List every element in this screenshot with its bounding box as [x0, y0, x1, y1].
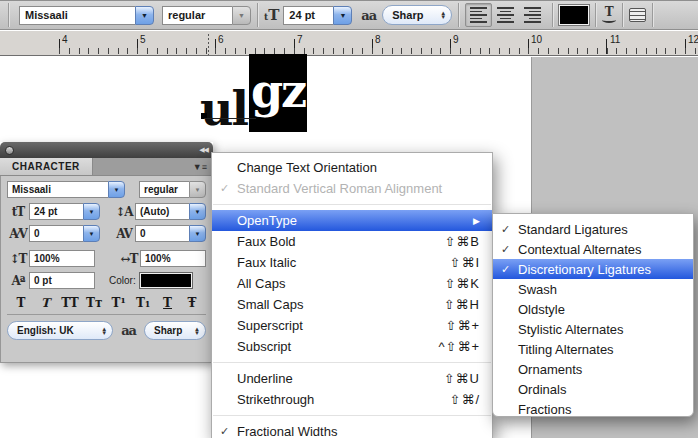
ruler-number: 5 [140, 34, 146, 45]
panel-font-style-combo[interactable]: regular ▼ [139, 181, 206, 198]
submenu-item-contextual-alternates[interactable]: ✓ Contextual Alternates [493, 239, 693, 259]
selected-text[interactable]: gz [249, 54, 307, 132]
checkmark-icon: ✓ [220, 425, 237, 438]
underline-button[interactable]: T [158, 296, 178, 310]
menu-item-fractional-widths[interactable]: ✓ Fractional Widths [212, 421, 492, 438]
panel-close-icon[interactable] [5, 146, 14, 155]
font-style-value[interactable]: regular [162, 6, 232, 25]
text-before-selection[interactable]: ul [200, 86, 247, 132]
panel-anti-alias-select[interactable]: Sharp ▲▼ [144, 321, 206, 340]
menu-item-opentype[interactable]: OpenType ▶ [212, 210, 492, 231]
menu-item-change-text-orientation[interactable]: Change Text Orientation [212, 157, 492, 178]
menu-item-underline[interactable]: Underline ⇧⌘U [212, 368, 492, 389]
font-size-combo[interactable]: 24 pt ▼ [283, 6, 352, 25]
font-size-value[interactable]: 24 pt [283, 6, 333, 25]
shortcut: ⇧⌘I [449, 255, 480, 270]
strikethrough-button[interactable]: Ŧ [182, 296, 202, 310]
panel-anti-alias-value[interactable]: Sharp [154, 325, 182, 336]
anti-alias-value[interactable]: Sharp [392, 9, 423, 21]
dropdown-arrow-icon[interactable]: ▼ [108, 181, 125, 198]
anti-alias-select[interactable]: Sharp ▲▼ [382, 5, 452, 25]
font-size-dropdown-arrow-icon[interactable]: ▼ [333, 6, 352, 25]
font-size-field[interactable]: 24 pt ▼ [29, 203, 100, 220]
ruler-number: 4 [62, 34, 68, 45]
menu-separator [213, 204, 491, 205]
font-size-value[interactable]: 24 pt [29, 203, 83, 220]
baseline-shift-value[interactable]: 0 pt [29, 272, 95, 289]
font-style-combo[interactable]: regular ▼ [162, 6, 251, 25]
menu-separator [213, 362, 491, 363]
submenu-item-standard-ligatures[interactable]: ✓ Standard Ligatures [493, 219, 693, 239]
menu-item-strikethrough[interactable]: Strikethrough ⇧⌘/ [212, 389, 492, 410]
vertical-scale-value[interactable]: 100% [29, 250, 95, 267]
separator [552, 3, 553, 27]
menu-item-standard-vertical-roman-alignment: ✓ Standard Vertical Roman Alignment [212, 178, 492, 199]
character-panel-menu: Change Text Orientation ✓ Standard Verti… [211, 152, 493, 438]
dropdown-arrow-icon[interactable]: ▼ [189, 203, 206, 220]
font-family-combo[interactable]: Missaali ▼ [19, 6, 154, 25]
align-right-button[interactable] [519, 3, 546, 27]
small-caps-button[interactable]: Tᴛ [84, 296, 104, 310]
panel-font-family-combo[interactable]: Missaali ▼ [7, 181, 125, 198]
language-select[interactable]: English: UK ▲▼ [7, 321, 113, 340]
canvas-text[interactable]: ul gz [200, 62, 307, 132]
stepper-icon[interactable]: ▲▼ [101, 327, 107, 335]
menu-item-faux-italic[interactable]: Faux Italic ⇧⌘I [212, 252, 492, 273]
stepper-icon[interactable]: ▲▼ [194, 327, 200, 335]
dropdown-arrow-icon[interactable]: ▼ [83, 203, 100, 220]
shortcut: ⇧⌘H [444, 297, 480, 312]
text-color-swatch[interactable] [559, 5, 589, 25]
subscript-button[interactable]: T₁ [133, 296, 153, 310]
kerning-field[interactable]: 0 ▼ [29, 225, 100, 242]
separator [257, 3, 258, 27]
tab-character[interactable]: CHARACTER [0, 158, 93, 175]
submenu-item-discretionary-ligatures[interactable]: ✓ Discretionary Ligatures [493, 259, 693, 279]
submenu-item-swash[interactable]: Swash [493, 279, 693, 299]
ruler-cursor-indicator [208, 34, 209, 55]
submenu-item-stylistic-alternates[interactable]: Stylistic Alternates [493, 319, 693, 339]
submenu-item-titling-alternates[interactable]: Titling Alternates [493, 339, 693, 359]
horizontal-scale-field[interactable]: 100% [140, 250, 206, 267]
menu-item-superscript[interactable]: Superscript ⇧⌘+ [212, 315, 492, 336]
align-center-button[interactable] [492, 3, 519, 27]
superscript-button[interactable]: T¹ [109, 296, 129, 310]
submenu-item-oldstyle[interactable]: Oldstyle [493, 299, 693, 319]
font-family-value[interactable]: Missaali [19, 6, 135, 25]
menu-item-faux-bold[interactable]: Faux Bold ⇧⌘B [212, 231, 492, 252]
kerning-value[interactable]: 0 [29, 225, 83, 242]
menu-item-small-caps[interactable]: Small Caps ⇧⌘H [212, 294, 492, 315]
leading-field[interactable]: (Auto) ▼ [135, 203, 206, 220]
font-family-dropdown-arrow-icon[interactable]: ▼ [135, 6, 154, 25]
dropdown-arrow-icon[interactable]: ▼ [189, 225, 206, 242]
horizontal-scale-value[interactable]: 100% [140, 250, 206, 267]
collapse-to-icons-icon[interactable]: ◀◀ [199, 146, 208, 154]
all-caps-button[interactable]: TT [60, 296, 80, 310]
submenu-item-fractions[interactable]: Fractions [493, 399, 693, 419]
shortcut: ⇧⌘B [444, 234, 480, 249]
menu-item-subscript[interactable]: Subscript ^⇧⌘+ [212, 336, 492, 357]
menu-item-all-caps[interactable]: All Caps ⇧⌘K [212, 273, 492, 294]
tracking-value[interactable]: 0 [135, 225, 189, 242]
options-bar: Missaali ▼ regular ▼ tT 24 pt ▼ aa Sharp… [0, 0, 698, 30]
menu-separator [213, 415, 491, 416]
submenu-item-ornaments[interactable]: Ornaments [493, 359, 693, 379]
tracking-field[interactable]: 0 ▼ [135, 225, 206, 242]
language-value[interactable]: English: UK [17, 325, 74, 336]
panel-font-family-value[interactable]: Missaali [7, 181, 108, 198]
faux-bold-button[interactable]: T [11, 296, 31, 310]
panel-menu-icon[interactable]: ▼≡ [187, 158, 213, 175]
panel-font-style-value[interactable]: regular [139, 181, 189, 198]
dropdown-arrow-icon[interactable]: ▼ [83, 225, 100, 242]
faux-italic-button[interactable]: T [35, 296, 55, 310]
stepper-icon[interactable]: ▲▼ [440, 11, 446, 19]
baseline-shift-field[interactable]: 0 pt [29, 272, 95, 289]
toggle-panels-icon[interactable] [629, 8, 646, 22]
align-left-button[interactable] [465, 3, 492, 27]
warp-text-icon[interactable]: T [602, 7, 616, 23]
panel-color-swatch[interactable] [140, 273, 192, 288]
submenu-item-ordinals[interactable]: Ordinals [493, 379, 693, 399]
leading-value[interactable]: (Auto) [135, 203, 189, 220]
ruler-number: 10 [531, 34, 542, 45]
vertical-scale-field[interactable]: 100% [29, 250, 95, 267]
panel-header[interactable]: ◀◀ [0, 142, 213, 158]
